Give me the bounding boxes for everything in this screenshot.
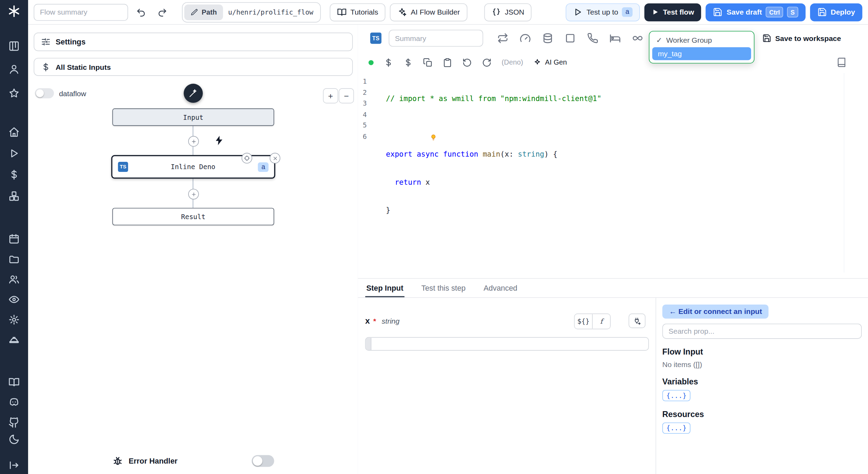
ai-gen-label: AI Gen xyxy=(545,58,567,66)
worker-tag-option-my-tag[interactable]: my_tag xyxy=(652,47,751,60)
expand-sidebar-icon[interactable] xyxy=(8,460,19,471)
flow-settings-row[interactable]: Settings xyxy=(34,33,353,51)
prop-picker-panel: ← Edit or connect an input Flow Input No… xyxy=(656,298,868,474)
arg-x-input[interactable] xyxy=(365,337,649,351)
all-static-inputs-label: All Static Inputs xyxy=(56,63,111,71)
path-edit-button[interactable]: Path xyxy=(184,4,223,20)
variable-dollar-icon[interactable] xyxy=(384,58,393,67)
tab-test-this-step[interactable]: Test this step xyxy=(420,279,467,297)
gauge-icon[interactable] xyxy=(520,33,531,44)
variables-dollar-icon[interactable] xyxy=(8,169,19,180)
zoom-in-glyph: + xyxy=(328,91,333,101)
reload-icon[interactable] xyxy=(482,58,492,67)
test-up-to-button[interactable]: Test up to a xyxy=(566,3,640,21)
zoom-in-button[interactable]: + xyxy=(323,88,338,103)
suspend-phone-icon[interactable] xyxy=(587,33,598,44)
dataflow-toggle-row[interactable]: dataflow xyxy=(35,88,86,98)
variables-braces-chip[interactable]: {...} xyxy=(662,390,691,401)
audit-eye-icon[interactable] xyxy=(8,294,19,305)
delete-step-button[interactable] xyxy=(270,153,281,164)
expr-mode-button[interactable]: ${} xyxy=(575,314,592,329)
ai-flow-builder-button[interactable]: AI Flow Builder xyxy=(390,3,467,21)
fn-mode-button[interactable]: f xyxy=(592,314,610,329)
copy-icon[interactable] xyxy=(423,58,433,67)
zoom-out-button[interactable]: − xyxy=(339,88,354,103)
step-detail-panel: Step Input Test this step Advanced x* st… xyxy=(358,278,868,474)
all-static-inputs-row[interactable]: All Static Inputs xyxy=(34,58,353,76)
ai-flow-builder-label: AI Flow Builder xyxy=(411,8,460,16)
move-step-button[interactable] xyxy=(242,153,252,164)
resources-heading: Resources xyxy=(662,410,862,419)
star-icon[interactable] xyxy=(8,88,19,99)
dataflow-toggle[interactable] xyxy=(35,88,54,98)
tab-advanced[interactable]: Advanced xyxy=(483,279,519,297)
redo-button[interactable] xyxy=(154,4,171,21)
test-up-to-step-badge: a xyxy=(622,7,633,17)
workers-hardhat-icon[interactable] xyxy=(8,334,19,346)
save-to-workspace-button[interactable]: Save to workspace xyxy=(762,34,841,43)
windmill-logo-icon[interactable] xyxy=(8,5,20,18)
kanban-icon[interactable] xyxy=(8,40,19,51)
history-undo-icon[interactable] xyxy=(462,58,472,67)
resources-braces-chip[interactable]: {...} xyxy=(662,423,691,434)
step-summary-input[interactable] xyxy=(389,30,483,47)
connect-input-plug-button[interactable] xyxy=(629,314,646,328)
error-handler-toggle[interactable] xyxy=(252,455,274,467)
script-editor-panel: TS ✓ Worker Group my_tag Save xyxy=(358,25,868,278)
add-step-button-1[interactable] xyxy=(188,136,199,147)
settings-gear-icon[interactable] xyxy=(8,314,19,325)
folders-icon[interactable] xyxy=(8,253,19,265)
ai-gen-button[interactable]: AI Gen xyxy=(533,58,567,66)
path-value[interactable]: u/henri/prolific_flow xyxy=(225,8,320,16)
step-input-form: x* string ${} f xyxy=(358,298,656,474)
magic-wand-icon xyxy=(188,88,198,98)
worker-group-option[interactable]: ✓ Worker Group xyxy=(652,34,751,46)
clipboard-icon[interactable] xyxy=(443,58,452,67)
save-draft-button[interactable]: Save draft Ctrl S xyxy=(706,3,806,21)
lightbulb-icon[interactable] xyxy=(430,134,437,141)
tab-step-input[interactable]: Step Input xyxy=(365,279,404,297)
mock-infinity-icon[interactable] xyxy=(632,33,643,44)
test-flow-button[interactable]: Test flow xyxy=(644,3,701,21)
play-icon xyxy=(573,7,583,17)
runs-play-icon[interactable] xyxy=(8,148,19,159)
flow-summary-input[interactable] xyxy=(34,4,128,21)
deploy-button[interactable]: Deploy xyxy=(810,3,862,21)
retry-repeat-icon[interactable] xyxy=(497,33,508,44)
argument-type: string xyxy=(382,317,399,325)
edit-or-connect-button[interactable]: ← Edit or connect an input xyxy=(662,305,769,318)
json-button[interactable]: JSON xyxy=(484,3,532,21)
resources-blocks-icon[interactable] xyxy=(8,191,19,202)
worker-group-dropdown: ✓ Worker Group my_tag xyxy=(649,31,754,64)
argument-name: x xyxy=(365,316,370,325)
trigger-bolt-button[interactable] xyxy=(214,135,225,146)
cache-database-icon[interactable] xyxy=(542,33,553,44)
library-book-icon[interactable] xyxy=(836,57,846,67)
stop-square-icon[interactable] xyxy=(565,33,576,44)
result-node-label: Result xyxy=(181,213,206,221)
flow-node-result[interactable]: Result xyxy=(112,208,274,225)
deploy-label: Deploy xyxy=(831,8,855,16)
flow-node-input[interactable]: Input xyxy=(112,108,274,126)
bug-icon xyxy=(112,456,123,466)
search-prop-input[interactable] xyxy=(662,324,862,339)
path-field[interactable]: Path u/henri/prolific_flow xyxy=(182,2,320,22)
schedules-calendar-icon[interactable] xyxy=(8,233,19,244)
user-icon[interactable] xyxy=(8,64,19,75)
home-icon[interactable] xyxy=(8,126,19,138)
step-tabs: Step Input Test this step Advanced xyxy=(358,279,868,298)
check-icon: ✓ xyxy=(656,36,662,44)
tutorials-button[interactable]: Tutorials xyxy=(329,3,385,21)
discord-icon[interactable] xyxy=(8,397,19,408)
sleep-bed-icon[interactable] xyxy=(610,33,621,44)
undo-button[interactable] xyxy=(133,4,150,21)
resource-dollar-icon[interactable] xyxy=(403,58,413,67)
github-icon[interactable] xyxy=(8,417,19,428)
add-step-button-2[interactable] xyxy=(188,189,199,200)
dark-mode-moon-icon[interactable] xyxy=(8,434,19,445)
top-toolbar: Path u/henri/prolific_flow Tutorials AI … xyxy=(28,0,868,25)
groups-users-icon[interactable] xyxy=(8,274,19,285)
code-editor[interactable]: 1 2 3 4 5 6 // import * as wmill from "n… xyxy=(358,73,868,278)
ai-wand-button[interactable] xyxy=(184,84,203,103)
docs-book-icon[interactable] xyxy=(8,376,19,388)
